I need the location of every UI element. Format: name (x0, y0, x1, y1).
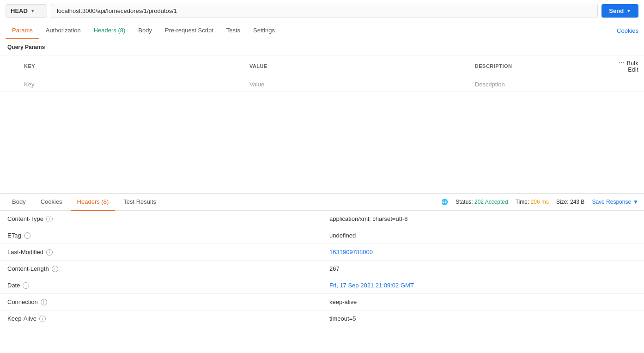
time-text: Time: 206 ms (516, 199, 549, 205)
tab-authorization[interactable]: Authorization (39, 22, 87, 39)
top-bar: HEAD ▼ Send ▼ (0, 0, 644, 22)
response-section: Body Cookies Headers (8) Test Results 🌐 … (0, 194, 644, 327)
resp-tab-test-results[interactable]: Test Results (117, 194, 163, 211)
response-header-row: Last-Modified i 1631909788000 (0, 244, 644, 261)
status-value: 202 Accepted (474, 199, 508, 205)
header-name-label: Keep-Alive (7, 315, 36, 322)
size-text: Size: 243 B (556, 199, 584, 205)
info-icon[interactable]: i (39, 316, 46, 322)
query-params-title: Query Params (0, 39, 644, 55)
status-label: Status: (456, 199, 473, 205)
response-headers-table: Content-Type i application/xml; charset=… (0, 211, 644, 327)
response-header-row: Keep-Alive i timeout=5 (0, 310, 644, 327)
response-headers-body: Content-Type i application/xml; charset=… (0, 211, 644, 327)
info-icon[interactable]: i (24, 232, 30, 239)
header-value-text: undefined (329, 232, 356, 239)
response-header-row: Content-Type i application/xml; charset=… (0, 211, 644, 227)
row-description-cell[interactable]: Description (469, 77, 607, 92)
header-value-text: keep-alive (329, 298, 357, 305)
tab-params[interactable]: Params (6, 22, 39, 39)
request-tabs: Params Authorization Headers (8) Body Pr… (0, 22, 644, 39)
cookies-link[interactable]: Cookies (617, 23, 638, 39)
row-checkbox-cell (0, 77, 18, 92)
method-dropdown[interactable]: HEAD ▼ (6, 4, 47, 18)
response-header-name-cell: Last-Modified i (0, 244, 322, 261)
time-label: Time: (516, 199, 529, 205)
header-value-text: 1631909788000 (329, 249, 373, 256)
col-key-header: KEY (18, 55, 244, 77)
size-label: Size: (556, 199, 569, 205)
row-value-cell[interactable]: Value (244, 77, 469, 92)
resp-tab-headers[interactable]: Headers (8) (71, 194, 115, 211)
response-header-row: ETag i undefined (0, 227, 644, 244)
time-value: 206 ms (531, 199, 549, 205)
info-icon[interactable]: i (23, 282, 29, 289)
save-response-label: Save Response (592, 199, 631, 205)
globe-icon: 🌐 (441, 199, 448, 205)
method-chevron-icon: ▼ (30, 8, 35, 13)
tab-tests[interactable]: Tests (220, 22, 247, 39)
method-label: HEAD (11, 7, 28, 14)
send-button[interactable]: Send ▼ (601, 4, 638, 18)
header-value-text: Fri, 17 Sep 2021 21:09:02 GMT (329, 282, 414, 289)
header-value-text: 267 (329, 265, 340, 272)
response-header-value-cell: keep-alive (322, 294, 644, 310)
save-response-button[interactable]: Save Response ▼ (592, 199, 638, 205)
bulk-edit-button[interactable]: Bulk Edit (627, 60, 638, 73)
response-header-value-cell: undefined (322, 227, 644, 244)
response-header-value-cell: application/xml; charset=utf-8 (322, 211, 644, 227)
header-value-text: timeout=5 (329, 315, 356, 322)
response-header-row: Date i Fri, 17 Sep 2021 21:09:02 GMT (0, 277, 644, 294)
response-header-name-cell: Connection i (0, 294, 322, 310)
response-status-bar: 🌐 Status: 202 Accepted Time: 206 ms Size… (441, 199, 638, 205)
response-header-value-cell: Fri, 17 Sep 2021 21:09:02 GMT (322, 277, 644, 294)
table-row: Key Value Description (0, 77, 644, 92)
col-check-header (0, 55, 18, 77)
more-options-icon[interactable]: ··· (618, 59, 625, 67)
status-text: Status: 202 Accepted (456, 199, 508, 205)
response-header-name-cell: Date i (0, 277, 322, 294)
info-icon[interactable]: i (46, 249, 53, 256)
row-actions-cell (607, 77, 644, 92)
save-response-chevron-icon: ▼ (633, 199, 638, 205)
send-chevron-icon: ▼ (626, 8, 631, 13)
info-icon[interactable]: i (41, 299, 47, 305)
response-header-name-cell: ETag i (0, 227, 322, 244)
query-params-table: KEY VALUE DESCRIPTION ··· Bulk Edit Key … (0, 55, 644, 92)
col-description-header: DESCRIPTION (469, 55, 607, 77)
col-actions-header: ··· Bulk Edit (607, 55, 644, 77)
resp-tab-cookies[interactable]: Cookies (34, 194, 69, 211)
response-header-name-cell: Content-Length i (0, 261, 322, 277)
header-name-label: Content-Length (7, 265, 49, 272)
response-header-name-cell: Content-Type i (0, 211, 322, 227)
tab-pre-request-script[interactable]: Pre-request Script (158, 22, 220, 39)
response-header-value-cell: 267 (322, 261, 644, 277)
tab-body[interactable]: Body (132, 22, 158, 39)
header-name-label: ETag (7, 232, 21, 239)
response-header-value-cell: timeout=5 (322, 310, 644, 327)
url-input[interactable] (51, 4, 598, 18)
header-name-label: Last-Modified (7, 249, 43, 256)
tab-settings[interactable]: Settings (247, 22, 281, 39)
tab-headers[interactable]: Headers (8) (87, 22, 132, 39)
info-icon[interactable]: i (52, 266, 58, 272)
send-label: Send (609, 7, 624, 14)
header-name-label: Connection (7, 298, 38, 305)
header-name-label: Content-Type (7, 215, 43, 222)
response-header-row: Connection i keep-alive (0, 294, 644, 310)
response-header-name-cell: Keep-Alive i (0, 310, 322, 327)
request-body-area (0, 92, 644, 194)
response-header-row: Content-Length i 267 (0, 261, 644, 277)
row-key-cell[interactable]: Key (18, 77, 244, 92)
header-value-text: application/xml; charset=utf-8 (329, 215, 407, 222)
size-value: 243 B (570, 199, 584, 205)
response-header-value-cell: 1631909788000 (322, 244, 644, 261)
info-icon[interactable]: i (46, 216, 53, 222)
header-name-label: Date (7, 282, 20, 289)
col-value-header: VALUE (244, 55, 469, 77)
response-tabs: Body Cookies Headers (8) Test Results 🌐 … (0, 194, 644, 211)
resp-tab-body[interactable]: Body (6, 194, 32, 211)
